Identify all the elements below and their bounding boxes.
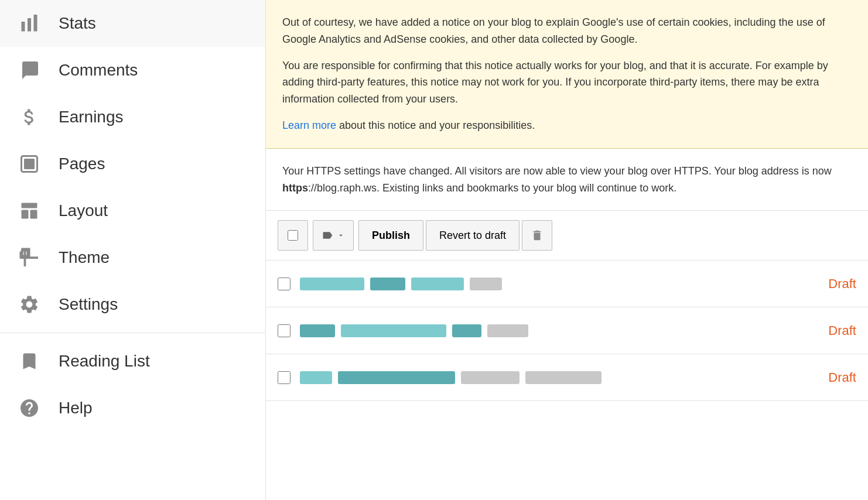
sidebar: Stats Comments Earnings Pages [0, 0, 266, 500]
reading-list-icon [16, 348, 42, 374]
post-title-1 [300, 278, 816, 290]
sidebar-item-pages[interactable]: Pages [0, 141, 265, 187]
learn-more-link[interactable]: Learn more [282, 119, 336, 131]
sidebar-item-stats[interactable]: Stats [0, 0, 265, 47]
cookie-notice-text1: Out of courtesy, we have added a notice … [282, 14, 852, 48]
post-status-2: Draft [816, 323, 856, 338]
delete-button[interactable] [522, 220, 552, 251]
publish-button[interactable]: Publish [358, 220, 423, 251]
sidebar-item-reading-list[interactable]: Reading List [0, 338, 265, 385]
post-status-3: Draft [816, 370, 856, 385]
post-title-block-3b [338, 371, 455, 384]
earnings-icon [16, 104, 42, 130]
label-dropdown-arrow [337, 231, 345, 239]
post-title-block-1b [370, 278, 405, 290]
post-title-block-2c [452, 324, 481, 337]
svg-rect-4 [24, 159, 35, 169]
svg-rect-0 [22, 22, 25, 32]
select-all-button[interactable] [278, 220, 308, 251]
svg-rect-2 [34, 15, 37, 32]
label-button[interactable] [313, 220, 354, 251]
theme-icon [16, 245, 42, 270]
post-title-block-1a [300, 278, 364, 290]
https-notice-banner: Your HTTPS settings have changed. All vi… [266, 149, 868, 211]
trash-icon [531, 229, 544, 242]
comments-icon [16, 57, 42, 83]
select-all-checkbox[interactable] [288, 230, 298, 241]
post-checkbox-2[interactable] [278, 324, 291, 337]
post-title-block-2a [300, 324, 335, 337]
revert-to-draft-button[interactable]: Revert to draft [426, 220, 520, 251]
sidebar-item-comments[interactable]: Comments [0, 47, 265, 94]
pages-icon [16, 151, 42, 177]
cookie-notice-learn-more: Learn more about this notice and your re… [282, 117, 852, 134]
svg-rect-7 [30, 210, 37, 219]
svg-rect-6 [22, 210, 29, 219]
posts-toolbar: Publish Revert to draft [266, 211, 868, 261]
settings-icon [16, 292, 42, 317]
post-title-2 [300, 324, 816, 337]
sidebar-item-earnings[interactable]: Earnings [0, 94, 265, 141]
cookie-notice-text2: You are responsible for confirming that … [282, 57, 852, 108]
cookie-notice-banner: Out of courtesy, we have added a notice … [266, 0, 868, 149]
post-date-block-3a [461, 371, 520, 384]
post-checkbox-1[interactable] [278, 278, 291, 290]
main-content: Out of courtesy, we have added a notice … [266, 0, 868, 500]
post-status-1: Draft [816, 276, 856, 292]
post-checkbox-3[interactable] [278, 371, 291, 384]
sidebar-divider [0, 333, 265, 333]
stats-icon [16, 11, 42, 36]
sidebar-item-layout[interactable]: Layout [0, 187, 265, 234]
svg-rect-5 [22, 203, 37, 208]
post-row: Draft [266, 307, 868, 354]
svg-rect-1 [28, 18, 31, 32]
sidebar-item-help[interactable]: Help [0, 385, 265, 431]
layout-icon [16, 198, 42, 224]
post-title-3 [300, 371, 816, 384]
sidebar-item-theme[interactable]: Theme [0, 234, 265, 281]
help-icon [16, 395, 42, 421]
post-date-block-1 [470, 278, 502, 290]
post-date-block-2 [487, 324, 528, 337]
post-row: Draft [266, 354, 868, 401]
post-title-block-3a [300, 371, 332, 384]
post-row: Draft [266, 261, 868, 307]
label-icon [322, 230, 333, 241]
sidebar-item-settings[interactable]: Settings [0, 281, 265, 328]
post-date-block-3b [525, 371, 602, 384]
post-title-block-2b [341, 324, 446, 337]
post-title-block-1c [411, 278, 464, 290]
